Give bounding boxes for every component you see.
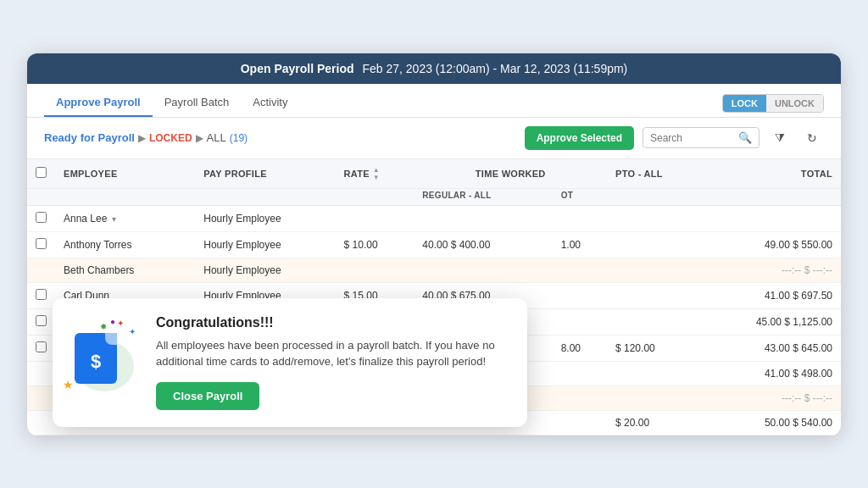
row-checkbox-cell[interactable]	[27, 231, 55, 258]
pto-cell	[607, 385, 703, 410]
popup-message: All employees have been processed in a p…	[156, 337, 507, 370]
pay-profile-cell: Hourly Employee	[195, 231, 335, 258]
th-regular-all: REGULAR - ALL	[414, 188, 552, 205]
dollar-sign: $	[91, 351, 101, 373]
ot-hours: 1.00	[561, 239, 581, 251]
pay-profile-cell: Hourly Employee	[195, 258, 335, 282]
th-pay-profile: Pay Profile	[195, 158, 335, 188]
th-ot: OT	[553, 188, 607, 205]
total-hours: ---:--	[782, 392, 801, 404]
employee-name-cell: Anna Lee▾	[55, 205, 195, 231]
ot-cell	[553, 361, 607, 385]
employee-name: Anthony Torres	[64, 239, 132, 251]
th-sub-empty6	[703, 188, 841, 205]
row-checkbox-cell[interactable]	[27, 335, 55, 361]
tab-approve-payroll[interactable]: Approve Payroll	[44, 91, 153, 117]
row-checkbox[interactable]	[36, 289, 47, 300]
row-checkbox-cell	[27, 385, 55, 410]
pto-cell	[607, 205, 703, 231]
confetti-2: ✸	[100, 322, 107, 331]
search-input[interactable]	[650, 132, 735, 144]
th-select-all[interactable]	[27, 158, 55, 188]
regular-cell	[414, 258, 552, 282]
breadcrumb-arrow-1: ▶	[138, 132, 146, 144]
pto-cell	[607, 308, 703, 335]
ot-cell	[553, 410, 607, 435]
rate-cell	[336, 258, 415, 282]
row-checkbox-cell[interactable]	[27, 205, 55, 231]
breadcrumb-arrow-2: ▶	[196, 132, 203, 144]
table-header-row-top: Employee Pay Profile Rate ▲▼ TIME WORKED…	[27, 158, 841, 188]
confetti-5: ●	[110, 317, 115, 326]
total-hours: 43.00	[765, 342, 790, 354]
employee-name-cell: Anthony Torres	[55, 231, 195, 258]
row-checkbox[interactable]	[36, 315, 47, 326]
breadcrumb-locked: LOCKED	[149, 132, 192, 144]
popup-icon-area: ✦ ✸ ✦ ✸ ● $ ★	[66, 315, 142, 391]
tab-activity[interactable]: Activity	[241, 91, 299, 117]
ot-cell: 8.00	[553, 335, 607, 361]
th-employee: Employee	[55, 158, 195, 188]
row-checkbox-cell	[27, 361, 55, 385]
refresh-icon[interactable]: ↻	[800, 126, 824, 150]
pto-cell	[607, 258, 703, 282]
regular-cell: 40.00 $ 400.00	[414, 231, 552, 258]
regular-hours: 40.00	[422, 239, 448, 251]
total-cell: 43.00 $ 645.00	[703, 335, 841, 361]
total-cell: 50.00 $ 540.00	[703, 410, 841, 435]
total-amount: $ 697.50	[793, 290, 832, 302]
popup-title: Congratulations!!!	[156, 315, 507, 330]
row-checkbox[interactable]	[36, 238, 47, 249]
employee-name: Beth Chambers	[64, 264, 134, 276]
search-icon: 🔍	[738, 131, 752, 144]
tabs-area: Approve Payroll Payroll Batch Activity L…	[27, 84, 841, 118]
total-cell: 45.00 $ 1,125.00	[703, 308, 841, 335]
row-checkbox[interactable]	[36, 341, 47, 352]
select-all-checkbox[interactable]	[36, 167, 47, 178]
row-checkbox[interactable]	[36, 212, 47, 223]
pay-profile-cell: Hourly Employee	[195, 205, 335, 231]
filter-icon[interactable]: ⧩	[768, 126, 792, 150]
breadcrumb-count: (19)	[230, 132, 248, 144]
star-icon: ★	[63, 378, 74, 391]
pto-cell	[607, 361, 703, 385]
ot-cell: 1.00	[553, 231, 607, 258]
ot-cell	[553, 308, 607, 335]
total-cell: ---:-- $ ---:--	[703, 385, 841, 410]
total-cell	[703, 205, 841, 231]
pto-amount: $ 120.00	[615, 342, 655, 354]
row-checkbox-cell[interactable]	[27, 308, 55, 335]
ot-cell	[553, 385, 607, 410]
total-amount: $ ---:--	[804, 264, 832, 276]
breadcrumb-ready[interactable]: Ready for Payroll	[44, 131, 135, 144]
total-hours: 45.00	[756, 316, 782, 328]
confetti-3: ✦	[129, 327, 136, 336]
lock-button[interactable]: LOCK	[723, 95, 766, 112]
confetti-1: ✦	[117, 319, 124, 328]
total-cell: 41.00 $ 498.00	[703, 361, 841, 385]
th-pto-all: PTO - ALL	[607, 158, 703, 188]
row-checkbox-cell[interactable]	[27, 282, 55, 308]
unlock-button[interactable]: UNLOCK	[766, 95, 823, 112]
search-box: 🔍	[643, 127, 760, 148]
table-row: Beth ChambersHourly Employee---:-- $ ---…	[27, 258, 841, 282]
ot-amount: $ 20.00	[615, 417, 649, 429]
th-time-worked: TIME WORKED	[414, 158, 607, 188]
approve-selected-button[interactable]: Approve Selected	[525, 126, 634, 150]
expand-icon[interactable]: ▾	[112, 214, 116, 224]
close-payroll-button[interactable]: Close Payroll	[156, 382, 259, 410]
th-sub-empty4	[336, 188, 415, 205]
total-amount: $ 498.00	[793, 368, 832, 380]
period-label: Open Payroll Period	[241, 62, 354, 75]
rate-sort-icons[interactable]: ▲▼	[373, 166, 380, 181]
tab-payroll-batch[interactable]: Payroll Batch	[153, 91, 242, 117]
tabs: Approve Payroll Payroll Batch Activity	[44, 91, 299, 117]
ot-cell	[553, 205, 607, 231]
total-hours: 41.00	[765, 368, 790, 380]
rate-cell	[336, 205, 415, 231]
total-cell: ---:-- $ ---:--	[703, 258, 841, 282]
total-cell: 41.00 $ 697.50	[703, 282, 841, 308]
breadcrumb-all: ALL	[207, 131, 226, 144]
row-checkbox-cell	[27, 258, 55, 282]
total-hours: 49.00	[765, 239, 790, 251]
